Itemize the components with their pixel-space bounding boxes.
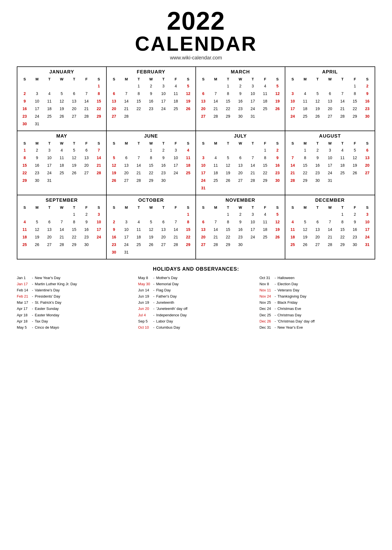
- day-cell[interactable]: 26: [145, 241, 157, 249]
- day-cell[interactable]: 23: [311, 169, 324, 177]
- day-cell[interactable]: 22: [336, 233, 349, 241]
- day-cell[interactable]: 9: [18, 98, 31, 105]
- day-cell[interactable]: 26: [271, 233, 284, 241]
- day-cell[interactable]: 27: [197, 113, 209, 120]
- day-cell[interactable]: 1: [68, 211, 80, 218]
- day-cell[interactable]: 30: [108, 249, 120, 256]
- day-cell[interactable]: 26: [299, 241, 311, 249]
- day-cell[interactable]: 16: [145, 98, 157, 105]
- day-cell[interactable]: 11: [336, 154, 349, 162]
- day-cell[interactable]: 3: [157, 82, 170, 90]
- day-cell[interactable]: 26: [182, 105, 194, 113]
- day-cell[interactable]: 5: [68, 147, 80, 154]
- day-cell[interactable]: 10: [31, 98, 43, 105]
- day-cell[interactable]: 10: [120, 226, 132, 233]
- day-cell[interactable]: 22: [222, 105, 234, 113]
- day-cell[interactable]: 18: [170, 98, 182, 105]
- day-cell[interactable]: 26: [108, 177, 120, 184]
- day-cell[interactable]: 13: [108, 98, 120, 105]
- day-cell[interactable]: 4: [336, 147, 349, 154]
- day-cell[interactable]: 10: [247, 218, 259, 226]
- day-cell[interactable]: 5: [311, 90, 324, 98]
- day-cell[interactable]: 2: [234, 211, 246, 218]
- day-cell[interactable]: 1: [182, 211, 194, 218]
- day-cell[interactable]: 22: [349, 105, 361, 113]
- day-cell[interactable]: 2: [80, 211, 93, 218]
- day-cell[interactable]: 16: [271, 162, 284, 169]
- day-cell[interactable]: 8: [222, 90, 234, 98]
- day-cell[interactable]: 12: [182, 90, 194, 98]
- day-cell[interactable]: 17: [247, 98, 259, 105]
- day-cell[interactable]: 27: [80, 169, 93, 177]
- day-cell[interactable]: 15: [222, 226, 234, 233]
- day-cell[interactable]: 17: [170, 162, 182, 169]
- day-cell[interactable]: 22: [299, 169, 311, 177]
- day-cell[interactable]: 19: [31, 233, 43, 241]
- day-cell[interactable]: 28: [286, 177, 299, 184]
- day-cell[interactable]: 20: [324, 105, 336, 113]
- day-cell[interactable]: 20: [68, 105, 80, 113]
- day-cell[interactable]: 8: [68, 218, 80, 226]
- day-cell[interactable]: 25: [209, 177, 222, 184]
- day-cell[interactable]: 12: [55, 98, 68, 105]
- day-cell[interactable]: 7: [286, 154, 299, 162]
- day-cell[interactable]: 31: [361, 241, 374, 249]
- day-cell[interactable]: 4: [259, 82, 271, 90]
- day-cell[interactable]: 13: [43, 226, 55, 233]
- day-cell[interactable]: 5: [271, 82, 284, 90]
- day-cell[interactable]: 28: [209, 241, 222, 249]
- day-cell[interactable]: 12: [145, 226, 157, 233]
- day-cell[interactable]: 11: [132, 226, 145, 233]
- day-cell[interactable]: 31: [120, 249, 132, 256]
- day-cell[interactable]: 18: [132, 233, 145, 241]
- day-cell[interactable]: 23: [234, 233, 246, 241]
- day-cell[interactable]: 4: [286, 218, 299, 226]
- day-cell[interactable]: 28: [55, 241, 68, 249]
- day-cell[interactable]: 28: [209, 113, 222, 120]
- day-cell[interactable]: 19: [108, 169, 120, 177]
- day-cell[interactable]: 17: [93, 226, 105, 233]
- day-cell[interactable]: 29: [93, 113, 105, 120]
- day-cell[interactable]: 27: [197, 241, 209, 249]
- day-cell[interactable]: 30: [80, 241, 93, 249]
- day-cell[interactable]: 31: [197, 184, 209, 192]
- day-cell[interactable]: 18: [182, 162, 194, 169]
- day-cell[interactable]: 28: [132, 177, 145, 184]
- day-cell[interactable]: 14: [324, 226, 336, 233]
- day-cell[interactable]: 26: [68, 169, 80, 177]
- day-cell[interactable]: 21: [324, 233, 336, 241]
- day-cell[interactable]: 29: [145, 177, 157, 184]
- day-cell[interactable]: 16: [349, 226, 361, 233]
- day-cell[interactable]: 23: [18, 113, 31, 120]
- day-cell[interactable]: 28: [247, 177, 259, 184]
- day-cell[interactable]: 15: [336, 226, 349, 233]
- day-cell[interactable]: 6: [80, 147, 93, 154]
- day-cell[interactable]: 11: [170, 90, 182, 98]
- day-cell[interactable]: 6: [324, 90, 336, 98]
- day-cell[interactable]: 18: [18, 233, 31, 241]
- day-cell[interactable]: 19: [222, 169, 234, 177]
- day-cell[interactable]: 22: [259, 169, 271, 177]
- day-cell[interactable]: 13: [80, 154, 93, 162]
- day-cell[interactable]: 23: [108, 241, 120, 249]
- day-cell[interactable]: 25: [299, 113, 311, 120]
- day-cell[interactable]: 9: [349, 218, 361, 226]
- day-cell[interactable]: 2: [271, 147, 284, 154]
- day-cell[interactable]: 11: [259, 90, 271, 98]
- day-cell[interactable]: 30: [18, 120, 31, 128]
- day-cell[interactable]: 28: [170, 241, 182, 249]
- day-cell[interactable]: 29: [349, 113, 361, 120]
- day-cell[interactable]: 4: [209, 154, 222, 162]
- day-cell[interactable]: 18: [55, 162, 68, 169]
- day-cell[interactable]: 7: [209, 90, 222, 98]
- day-cell[interactable]: 13: [68, 98, 80, 105]
- day-cell[interactable]: 4: [55, 147, 68, 154]
- day-cell[interactable]: 21: [209, 233, 222, 241]
- day-cell[interactable]: 11: [18, 226, 31, 233]
- day-cell[interactable]: 16: [234, 226, 246, 233]
- day-cell[interactable]: 22: [18, 169, 31, 177]
- day-cell[interactable]: 24: [286, 113, 299, 120]
- day-cell[interactable]: 21: [209, 105, 222, 113]
- day-cell[interactable]: 7: [336, 90, 349, 98]
- day-cell[interactable]: 19: [68, 162, 80, 169]
